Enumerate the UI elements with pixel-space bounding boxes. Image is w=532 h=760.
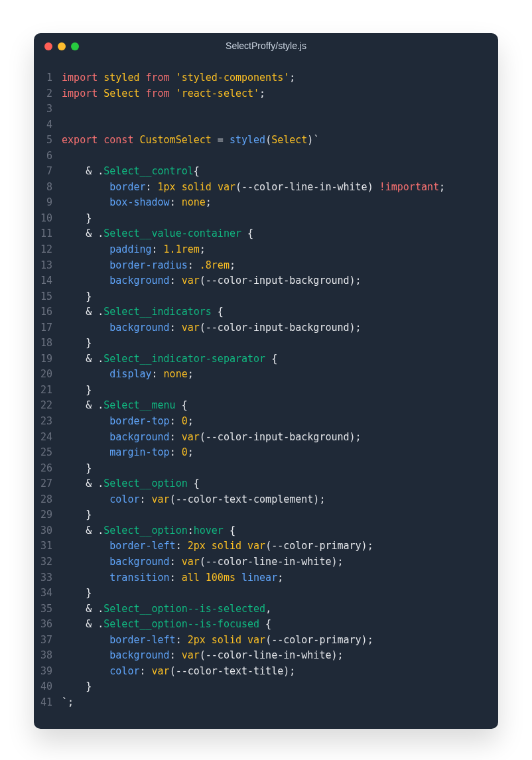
minimize-icon[interactable] <box>58 42 66 50</box>
code-window: SelectProffy/style.js 1 2 3 4 5 6 7 8 9 … <box>34 33 498 729</box>
window-title: SelectProffy/style.js <box>34 39 498 54</box>
code-content[interactable]: import styled from 'styled-components'; … <box>62 70 445 710</box>
traffic-lights <box>44 42 79 50</box>
maximize-icon[interactable] <box>71 42 79 50</box>
close-icon[interactable] <box>44 42 52 50</box>
titlebar: SelectProffy/style.js <box>34 33 498 60</box>
code-area: 1 2 3 4 5 6 7 8 9 10 11 12 13 14 15 16 1… <box>34 60 498 729</box>
line-gutter: 1 2 3 4 5 6 7 8 9 10 11 12 13 14 15 16 1… <box>40 70 62 710</box>
